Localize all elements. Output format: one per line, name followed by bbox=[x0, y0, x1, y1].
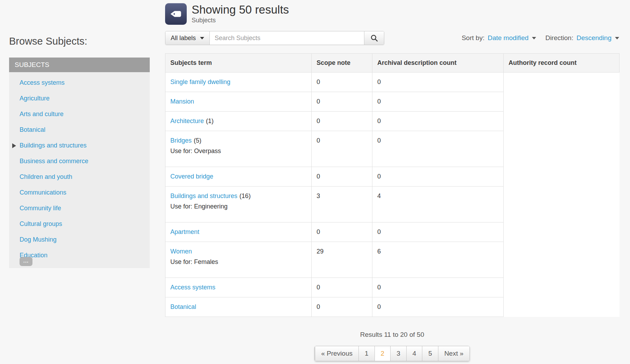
subject-term-link[interactable]: Botanical bbox=[170, 303, 196, 310]
subject-term-link[interactable]: Access systems bbox=[170, 284, 215, 291]
subject-term-link[interactable]: Covered bridge bbox=[170, 173, 213, 180]
use-for-note: Use for: Engineering bbox=[170, 203, 306, 210]
subject-term-cell: Botanical bbox=[165, 297, 312, 317]
subject-term-cell: Apartment bbox=[165, 222, 312, 242]
show-more-label: ... bbox=[23, 258, 29, 264]
main-content: Showing 50 results Subjects All labels S… bbox=[165, 0, 619, 361]
pagination: « Previous 1 2 3 4 5 Next » bbox=[314, 346, 470, 361]
subject-term-link[interactable]: Bridges bbox=[170, 137, 192, 144]
expand-arrow-icon[interactable] bbox=[12, 143, 16, 148]
sidebar-subject-link[interactable]: Community life bbox=[9, 200, 150, 216]
sidebar-item-label: Communications bbox=[20, 189, 66, 196]
pagination-button[interactable]: 4 bbox=[406, 346, 422, 361]
table-row: Covered bridge 0 0 bbox=[165, 167, 620, 187]
pagination-button[interactable]: « Previous bbox=[315, 346, 358, 361]
sidebar-subject-link[interactable]: Business and commerce bbox=[9, 153, 150, 169]
show-more-button[interactable]: ... bbox=[20, 257, 32, 266]
chevron-down-icon bbox=[615, 37, 619, 39]
sidebar-item-label: Agriculture bbox=[20, 95, 50, 102]
archival-count-cell: 0 bbox=[312, 92, 372, 112]
pagination-button[interactable]: 1 bbox=[358, 346, 375, 361]
authority-count-cell: 4 bbox=[372, 187, 504, 222]
browse-heading: Browse Subjects: bbox=[9, 0, 150, 47]
subject-term-cell: Buildings and structures(16) Use for: En… bbox=[165, 187, 312, 222]
subject-term-cell: Access systems bbox=[165, 278, 312, 297]
table-row: Botanical 0 0 bbox=[165, 297, 620, 317]
use-for-note: Use for: Overpass bbox=[170, 147, 306, 155]
sidebar-item-label: Children and youth bbox=[20, 173, 72, 180]
search-input[interactable] bbox=[210, 31, 364, 45]
subject-term-cell: Covered bridge bbox=[165, 167, 312, 187]
archival-count-cell: 3 bbox=[312, 187, 372, 222]
pagination-button[interactable]: Next » bbox=[438, 346, 469, 361]
column-header-scope-note: Scope note bbox=[312, 54, 372, 73]
pagination-container: « Previous 1 2 3 4 5 Next » bbox=[165, 346, 619, 361]
chevron-down-icon bbox=[200, 37, 204, 39]
term-count: (16) bbox=[239, 192, 251, 199]
table-row: Mansion 0 0 bbox=[165, 92, 620, 112]
sort-by-label: Sort by: bbox=[462, 34, 484, 42]
sidebar-item-label: Cultural groups bbox=[20, 220, 62, 227]
authority-count-cell: 6 bbox=[372, 242, 504, 278]
pagination-button[interactable]: 3 bbox=[390, 346, 406, 361]
archival-count-cell: 0 bbox=[312, 278, 372, 297]
subjects-treeview: SUBJECTS Access systems Agriculture Arts… bbox=[9, 58, 150, 268]
authority-count-cell: 0 bbox=[372, 112, 504, 131]
sidebar-subject-link[interactable]: Agriculture bbox=[9, 91, 150, 106]
subjects-treeview-header: SUBJECTS bbox=[9, 58, 150, 72]
sidebar-subject-link[interactable]: Botanical bbox=[9, 122, 150, 138]
chevron-down-icon bbox=[532, 37, 536, 39]
sort-controls: Sort by: Date modified Direction: Descen… bbox=[462, 34, 619, 42]
browse-sidebar: Browse Subjects: SUBJECTS Access systems… bbox=[9, 0, 150, 280]
authority-count-cell: 0 bbox=[372, 297, 504, 317]
subject-term-cell: Mansion bbox=[165, 92, 312, 112]
authority-count-cell: 0 bbox=[372, 92, 504, 112]
subject-term-cell: Women Use for: Females bbox=[165, 242, 312, 278]
pagination-button[interactable]: 2 bbox=[375, 346, 391, 361]
direction-label: Direction: bbox=[545, 34, 573, 42]
table-header-row: Subjects term Scope note Archival descri… bbox=[165, 54, 620, 73]
table-row: Women Use for: Females 29 6 bbox=[165, 242, 620, 278]
column-header-subjects-term: Subjects term bbox=[165, 54, 312, 73]
sidebar-item-label: Business and commerce bbox=[20, 158, 88, 165]
subject-term-cell: Single family dwelling bbox=[165, 73, 312, 92]
sidebar-subject-link[interactable]: Children and youth bbox=[9, 169, 150, 185]
sidebar-subject-link[interactable]: Communications bbox=[9, 185, 150, 200]
subject-term-link[interactable]: Women bbox=[170, 248, 192, 255]
table-row: Buildings and structures(16) Use for: En… bbox=[165, 187, 620, 222]
archival-count-cell: 0 bbox=[312, 297, 372, 317]
subjects-treeview-list: Access systems Agriculture Arts and cult… bbox=[9, 72, 150, 268]
sidebar-item-label: Community life bbox=[20, 205, 61, 212]
direction-dropdown[interactable]: Descending bbox=[577, 34, 619, 42]
sort-by-dropdown[interactable]: Date modified bbox=[488, 34, 536, 42]
authority-count-cell: 0 bbox=[372, 73, 504, 92]
archival-count-cell: 29 bbox=[312, 242, 372, 278]
subjects-table: Subjects term Scope note Archival descri… bbox=[165, 53, 620, 317]
table-row: Access systems 0 0 bbox=[165, 278, 620, 297]
sidebar-subject-link[interactable]: Cultural groups bbox=[9, 216, 150, 232]
subject-term-link[interactable]: Architecture bbox=[170, 117, 204, 124]
archival-count-cell: 0 bbox=[312, 167, 372, 187]
table-row: Architecture(1) 0 0 bbox=[165, 112, 620, 131]
subject-term-link[interactable]: Mansion bbox=[170, 98, 194, 105]
sidebar-subject-link[interactable]: Buildings and structures bbox=[9, 138, 150, 153]
sidebar-subject-link[interactable]: Dog Mushing bbox=[9, 232, 150, 248]
subject-term-link[interactable]: Single family dwelling bbox=[170, 78, 230, 85]
label-filter-dropdown[interactable]: All labels bbox=[165, 31, 210, 45]
subject-term-link[interactable]: Apartment bbox=[170, 228, 199, 235]
authority-count-cell: 0 bbox=[372, 278, 504, 297]
sidebar-item-label: Dog Mushing bbox=[20, 236, 57, 243]
term-count: (1) bbox=[206, 117, 214, 124]
search-button[interactable] bbox=[364, 31, 384, 45]
tag-icon bbox=[165, 3, 187, 25]
sidebar-item-label: Arts and culture bbox=[20, 111, 64, 117]
pagination-button[interactable]: 5 bbox=[422, 346, 438, 361]
sidebar-subject-link[interactable]: Access systems bbox=[9, 75, 150, 91]
column-header-authority-count: Authority record count bbox=[504, 54, 620, 73]
term-count: (5) bbox=[194, 137, 201, 144]
results-title-block: Showing 50 results Subjects bbox=[192, 3, 289, 24]
subject-term-link[interactable]: Buildings and structures bbox=[170, 192, 237, 199]
sidebar-item-label: Access systems bbox=[20, 79, 65, 86]
archival-count-cell: 0 bbox=[312, 131, 372, 167]
sidebar-subject-link[interactable]: Arts and culture bbox=[9, 106, 150, 122]
